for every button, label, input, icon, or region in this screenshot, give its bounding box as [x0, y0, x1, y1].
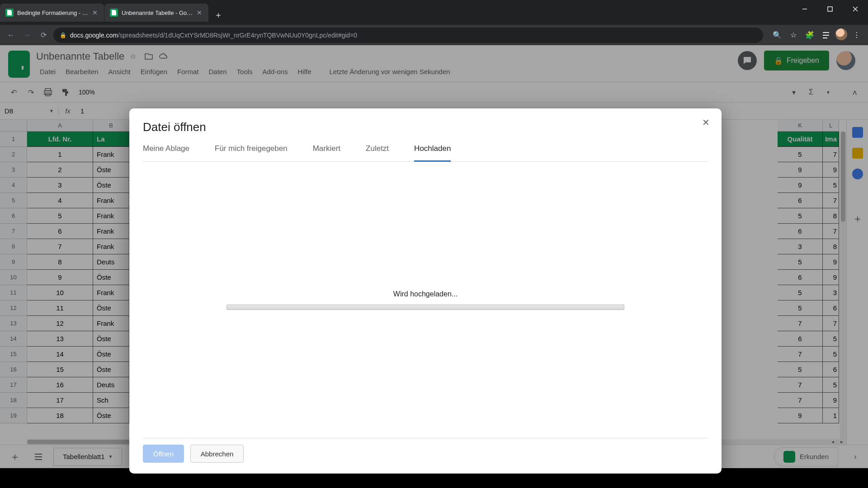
reload-button[interactable]: ⟳: [37, 29, 50, 42]
file-open-dialog: Datei öffnen ✕ Meine AblageFür mich frei…: [129, 108, 722, 474]
sheets-favicon-icon: [110, 9, 118, 17]
back-button[interactable]: ←: [5, 29, 17, 42]
chrome-menu-button[interactable]: ⋮: [850, 28, 863, 42]
tab-title: Bedingte Formatierung - Google T: [17, 9, 91, 16]
list-icon: [822, 31, 830, 39]
bookmark-icon[interactable]: ☆: [787, 28, 800, 42]
dialog-tab[interactable]: Meine Ablage: [143, 144, 189, 161]
dialog-tab[interactable]: Für mich freigegeben: [215, 144, 288, 161]
minimize-icon: [802, 6, 807, 12]
browser-tab[interactable]: Bedingte Formatierung - Google T ✕: [0, 4, 104, 22]
extensions-icon[interactable]: 🧩: [803, 28, 816, 42]
window-minimize-button[interactable]: [792, 0, 817, 18]
sheets-favicon-icon: [5, 9, 14, 17]
url-field[interactable]: 🔒 docs.google.com/spreadsheets/d/1dUqCxt…: [53, 28, 763, 43]
profile-avatar[interactable]: [835, 28, 847, 40]
window-close-button[interactable]: [843, 0, 868, 18]
tab-title: Unbenannte Tabelle - Google Ta: [122, 9, 196, 16]
svg-rect-1: [828, 7, 832, 11]
forward-button[interactable]: →: [21, 29, 33, 42]
close-icon[interactable]: ✕: [196, 9, 203, 16]
open-button[interactable]: Öffnen: [143, 445, 184, 463]
address-bar: ← → ⟳ 🔒 docs.google.com/spreadsheets/d/1…: [0, 25, 868, 45]
dialog-tab[interactable]: Zuletzt: [366, 144, 389, 161]
close-icon: [853, 6, 858, 12]
lock-icon: 🔒: [60, 32, 66, 38]
browser-titlebar: Bedingte Formatierung - Google T ✕ Unben…: [0, 0, 868, 25]
dialog-tab[interactable]: Hochladen: [414, 144, 451, 162]
maximize-icon: [827, 6, 833, 12]
dialog-title: Datei öffnen: [143, 120, 708, 134]
new-tab-button[interactable]: ＋: [212, 8, 225, 22]
zoom-icon[interactable]: 🔍: [770, 28, 784, 42]
cancel-button[interactable]: Abbrechen: [190, 445, 244, 463]
close-icon[interactable]: ✕: [91, 9, 99, 16]
browser-tab[interactable]: Unbenannte Tabelle - Google Ta ✕: [104, 4, 208, 22]
upload-progress-bar: [226, 305, 624, 310]
url-text: docs.google.com/spreadsheets/d/1dUqCxtYS…: [70, 32, 357, 39]
upload-status-text: Wird hochgeladen...: [393, 290, 458, 298]
reading-list-icon[interactable]: [819, 28, 833, 42]
window-maximize-button[interactable]: [817, 0, 843, 18]
dialog-tab[interactable]: Markiert: [313, 144, 340, 161]
dialog-close-button[interactable]: ✕: [700, 117, 712, 128]
